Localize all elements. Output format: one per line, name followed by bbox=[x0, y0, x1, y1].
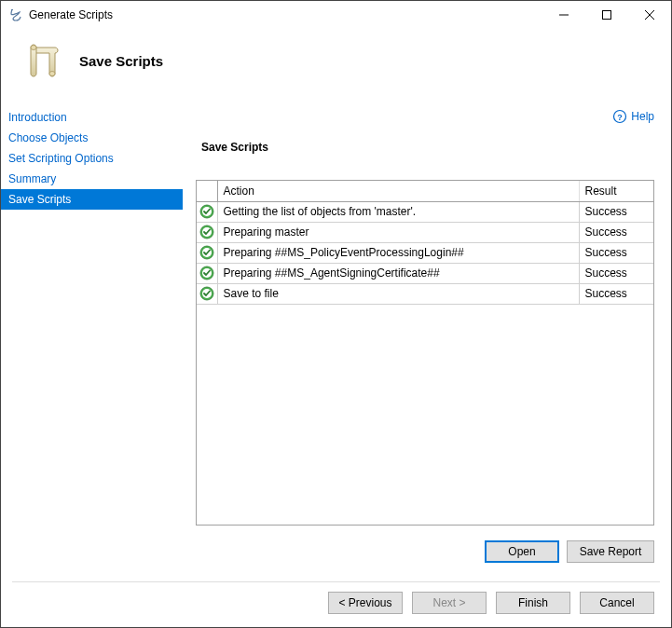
svg-text:?: ? bbox=[618, 113, 624, 122]
svg-point-5 bbox=[49, 72, 55, 76]
close-button[interactable] bbox=[628, 1, 671, 29]
help-icon: ? bbox=[612, 109, 627, 124]
minimize-button[interactable] bbox=[542, 1, 585, 29]
sidebar-item-summary[interactable]: Summary bbox=[1, 169, 183, 189]
svg-line-3 bbox=[645, 10, 654, 20]
window-controls bbox=[542, 1, 671, 29]
page-title: Save Scripts bbox=[79, 53, 163, 69]
maximize-button[interactable] bbox=[585, 1, 628, 29]
cancel-button[interactable]: Cancel bbox=[580, 592, 654, 614]
sidebar-item-label: Save Scripts bbox=[8, 193, 71, 206]
content-panel: ? Help Save Scripts Action Result Gettin bbox=[183, 102, 671, 576]
sidebar-item-label: Set Scripting Options bbox=[8, 152, 114, 165]
table-header-row: Action Result bbox=[197, 181, 653, 201]
result-cell: Success bbox=[579, 201, 653, 222]
table-row[interactable]: Preparing ##MS_AgentSigningCertificate##… bbox=[197, 263, 653, 283]
svg-rect-1 bbox=[603, 10, 611, 19]
help-row: ? Help bbox=[196, 109, 654, 141]
result-cell: Success bbox=[579, 263, 653, 283]
success-icon bbox=[197, 201, 217, 222]
previous-button[interactable]: < Previous bbox=[328, 592, 403, 614]
sidebar-item-save-scripts[interactable]: Save Scripts bbox=[1, 189, 183, 210]
success-icon bbox=[197, 242, 217, 263]
svg-point-4 bbox=[31, 46, 36, 50]
table-row[interactable]: Getting the list of objects from 'master… bbox=[197, 201, 653, 222]
sidebar-item-set-scripting-options[interactable]: Set Scripting Options bbox=[1, 148, 183, 169]
window-title: Generate Scripts bbox=[29, 8, 113, 21]
finish-button[interactable]: Finish bbox=[496, 592, 570, 614]
action-cell: Save to file bbox=[217, 283, 579, 304]
action-cell: Preparing ##MS_PolicyEventProcessingLogi… bbox=[217, 242, 579, 263]
sidebar-item-choose-objects[interactable]: Choose Objects bbox=[1, 128, 183, 148]
wizard-header: Save Scripts bbox=[1, 29, 671, 102]
action-column-header: Action bbox=[217, 181, 579, 201]
table-row[interactable]: Preparing masterSuccess bbox=[197, 222, 653, 242]
save-report-button[interactable]: Save Report bbox=[567, 540, 654, 563]
result-cell: Success bbox=[579, 242, 653, 263]
sidebar: Introduction Choose Objects Set Scriptin… bbox=[1, 102, 183, 576]
table-row[interactable]: Save to fileSuccess bbox=[197, 283, 653, 304]
sidebar-item-label: Choose Objects bbox=[8, 131, 88, 144]
success-icon bbox=[197, 283, 217, 304]
result-cell: Success bbox=[579, 283, 653, 304]
action-cell: Preparing ##MS_AgentSigningCertificate## bbox=[217, 263, 579, 283]
table-row[interactable]: Preparing ##MS_PolicyEventProcessingLogi… bbox=[197, 242, 653, 263]
svg-line-2 bbox=[645, 10, 654, 20]
action-cell: Getting the list of objects from 'master… bbox=[217, 201, 579, 222]
scroll-icon bbox=[20, 38, 64, 83]
section-title: Save Scripts bbox=[196, 141, 654, 154]
wizard-body: Introduction Choose Objects Set Scriptin… bbox=[1, 102, 671, 576]
action-cell: Preparing master bbox=[217, 222, 579, 242]
help-link[interactable]: Help bbox=[631, 110, 654, 123]
success-icon bbox=[197, 263, 217, 283]
sidebar-item-label: Summary bbox=[8, 172, 56, 185]
sidebar-item-introduction[interactable]: Introduction bbox=[1, 107, 183, 128]
result-cell: Success bbox=[579, 222, 653, 242]
titlebar: Generate Scripts bbox=[1, 1, 671, 29]
result-column-header: Result bbox=[579, 181, 653, 201]
success-icon bbox=[197, 222, 217, 242]
app-icon bbox=[8, 7, 23, 22]
results-table: Action Result Getting the list of object… bbox=[196, 180, 654, 526]
sidebar-item-label: Introduction bbox=[8, 111, 67, 124]
wizard-window: Generate Scripts bbox=[0, 0, 672, 628]
wizard-footer: < Previous Next > Finish Cancel bbox=[1, 582, 671, 627]
titlebar-left: Generate Scripts bbox=[8, 7, 113, 22]
status-column-header bbox=[197, 181, 217, 201]
open-button[interactable]: Open bbox=[485, 540, 559, 563]
content-actions: Open Save Report bbox=[196, 526, 654, 568]
next-button[interactable]: Next > bbox=[412, 592, 487, 614]
